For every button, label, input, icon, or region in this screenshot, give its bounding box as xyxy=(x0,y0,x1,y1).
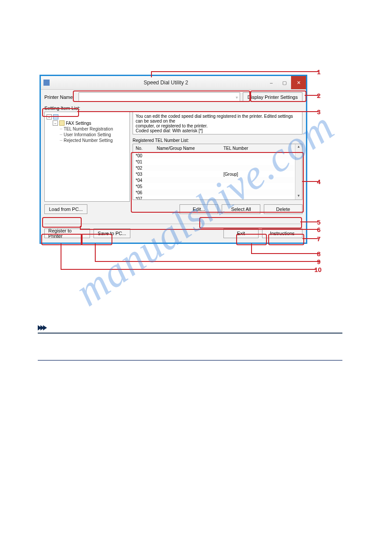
tree-collapse-icon[interactable]: – xyxy=(53,120,58,126)
callout-8: 8 xyxy=(317,250,320,258)
table-row[interactable]: *03[Group] xyxy=(133,171,302,177)
rejected-number-node[interactable]: Rejected Number Setting xyxy=(64,138,113,143)
table-row[interactable]: *00 xyxy=(133,152,302,159)
tel-number-table[interactable]: No. Name/Group Name TEL Number *00 *01 *… xyxy=(133,144,302,200)
printer-name-label: Printer Name: xyxy=(44,94,79,100)
note-divider-top xyxy=(38,333,342,334)
note-block xyxy=(38,325,342,361)
printer-icon xyxy=(53,114,58,120)
setting-tree[interactable]: – –FAX Settings ┄TEL Number Registration… xyxy=(44,112,130,202)
table-row[interactable]: *01 xyxy=(133,159,302,165)
save-to-pc-button[interactable]: Save to PC... xyxy=(94,229,130,238)
scrollbar[interactable]: ▴ ▾ xyxy=(295,144,302,200)
col-tel[interactable]: TEL Number xyxy=(221,146,279,151)
callout-9: 9 xyxy=(317,258,320,265)
edit-button[interactable]: Edit... xyxy=(180,204,218,214)
setting-item-list-label: Setting Item List: xyxy=(44,105,302,111)
close-button[interactable]: ✕ xyxy=(291,76,306,89)
callout-line xyxy=(251,243,252,253)
maximize-button[interactable]: ▢ xyxy=(278,76,291,89)
callout-10: 10 xyxy=(314,266,322,273)
minimize-button[interactable]: – xyxy=(265,76,278,89)
callout-line xyxy=(151,71,319,72)
fax-settings-node[interactable]: FAX Settings xyxy=(66,121,91,126)
scroll-up-icon[interactable]: ▴ xyxy=(295,144,302,150)
chevron-down-icon: ▾ xyxy=(236,95,238,100)
callout-2: 2 xyxy=(317,92,320,99)
note-arrows-icon xyxy=(38,325,46,330)
callout-1: 1 xyxy=(317,68,320,76)
desc-line2: computer, or registered to the printer. xyxy=(136,123,299,128)
desc-line1: You can edit the coded speed dial settin… xyxy=(136,114,299,123)
callout-4: 4 xyxy=(317,178,320,185)
callout-3: 3 xyxy=(317,108,320,116)
select-all-button[interactable]: Select All xyxy=(222,204,260,214)
instructions-button[interactable]: Instructions xyxy=(262,229,302,238)
user-info-node[interactable]: User Information Setting xyxy=(64,132,111,137)
callout-6: 6 xyxy=(317,226,320,233)
register-to-printer-button[interactable]: Register to Printer xyxy=(44,229,90,238)
display-printer-settings-button[interactable]: Display Printer Settings xyxy=(243,92,302,102)
delete-button[interactable]: Delete xyxy=(264,204,302,214)
title-bar: Speed Dial Utility 2 – ▢ ✕ xyxy=(41,76,306,90)
callout-line xyxy=(251,253,320,254)
tel-registration-node[interactable]: TEL Number Registration xyxy=(64,127,113,131)
table-header: No. Name/Group Name TEL Number xyxy=(133,144,302,152)
callout-line xyxy=(95,243,96,261)
table-row[interactable]: *07 xyxy=(133,196,302,200)
desc-line3: Coded speed dial: With asterisk [*] xyxy=(136,128,299,133)
app-icon xyxy=(43,80,50,86)
callout-line xyxy=(61,269,316,270)
folder-icon xyxy=(59,120,65,126)
table-row[interactable]: *02 xyxy=(133,165,302,171)
description-box: You can edit the coded speed dial settin… xyxy=(133,112,302,134)
callout-line xyxy=(95,261,320,262)
exit-button[interactable]: Exit xyxy=(223,229,259,238)
callout-5: 5 xyxy=(317,218,320,226)
tree-collapse-icon[interactable]: – xyxy=(47,114,52,120)
table-row[interactable]: *05 xyxy=(133,183,302,189)
printer-select[interactable]: ▾ xyxy=(79,92,240,102)
col-no[interactable]: No. xyxy=(133,146,154,151)
table-row[interactable]: *04 xyxy=(133,177,302,183)
scroll-down-icon[interactable]: ▾ xyxy=(295,193,302,200)
app-window: Speed Dial Utility 2 – ▢ ✕ Printer Name:… xyxy=(40,75,307,244)
col-name[interactable]: Name/Group Name xyxy=(154,146,221,151)
load-from-pc-button[interactable]: Load from PC... xyxy=(44,204,87,214)
callout-line xyxy=(61,243,61,269)
table-row[interactable]: *06 xyxy=(133,189,302,196)
registered-list-label: Registered TEL Number List: xyxy=(133,138,302,143)
callout-7: 7 xyxy=(317,235,320,243)
note-divider-bottom xyxy=(38,360,342,361)
